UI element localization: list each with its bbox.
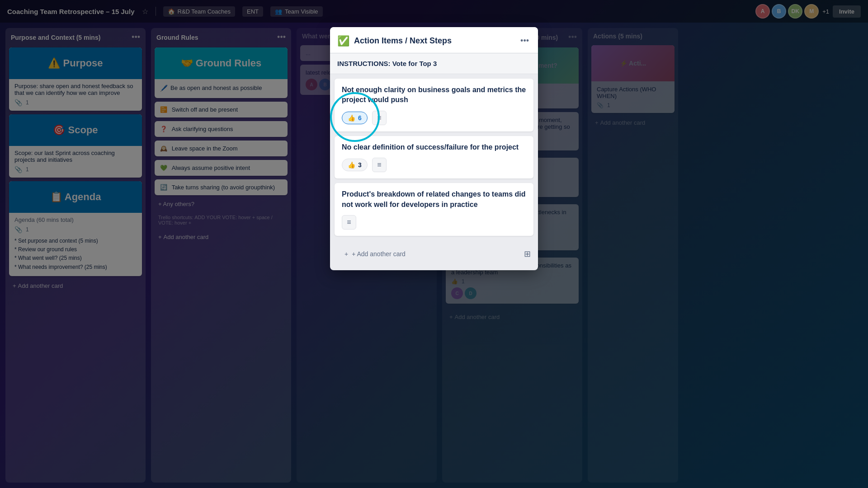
card1-menu-button[interactable]: ≡ — [372, 111, 387, 125]
modal-instructions: INSTRUCTIONS: Vote for Top 3 — [330, 53, 538, 74]
card2-menu-button[interactable]: ≡ — [372, 158, 387, 172]
menu-lines-icon-1: ≡ — [377, 114, 381, 122]
modal-title: Action Items / Next Steps — [354, 36, 514, 46]
action-items-modal: ✅ Action Items / Next Steps ••• INSTRUCT… — [330, 27, 538, 270]
modal-card-2[interactable]: No clear definition of success/failure f… — [335, 136, 533, 178]
menu-lines-icon-3: ≡ — [347, 218, 351, 226]
menu-lines-icon-2: ≡ — [377, 161, 381, 169]
thumbs-up-icon-2: 👍 — [348, 161, 355, 169]
card3-menu-button[interactable]: ≡ — [342, 215, 356, 230]
add-card-label: + Add another card — [352, 250, 406, 258]
modal-header-icon: ✅ — [337, 35, 349, 47]
modal-card-3[interactable]: Product's breakdown of related changes t… — [335, 183, 533, 236]
modal-menu-button[interactable]: ••• — [519, 34, 531, 47]
modal-footer: + + Add another card ⊞ — [330, 240, 538, 270]
modal-card-1[interactable]: Not enough clarity on business goals and… — [335, 79, 533, 131]
modal-overlay[interactable]: ✅ Action Items / Next Steps ••• INSTRUCT… — [0, 0, 868, 488]
modal-card-1-text: Not enough clarity on business goals and… — [342, 85, 526, 105]
modal-card-2-text: No clear definition of success/failure f… — [342, 142, 526, 152]
modal-add-card-button[interactable]: + + Add another card — [337, 245, 524, 263]
modal-header: ✅ Action Items / Next Steps ••• — [330, 27, 538, 53]
vote-count-card2: 3 — [358, 161, 362, 169]
copy-icon[interactable]: ⊞ — [524, 249, 531, 259]
add-card-icon: + — [344, 250, 348, 258]
vote-button-card1[interactable]: 👍 6 — [342, 112, 368, 124]
modal-card-3-actions: ≡ — [342, 215, 526, 230]
thumbs-up-icon-1: 👍 — [348, 114, 355, 122]
vote-button-card2[interactable]: 👍 3 — [342, 159, 368, 171]
modal-card-2-actions: 👍 3 ≡ — [342, 158, 526, 172]
modal-card-1-actions: 👍 6 ≡ — [342, 111, 526, 125]
modal-card-3-text: Product's breakdown of related changes t… — [342, 189, 526, 210]
vote-count-card1: 6 — [358, 114, 362, 122]
